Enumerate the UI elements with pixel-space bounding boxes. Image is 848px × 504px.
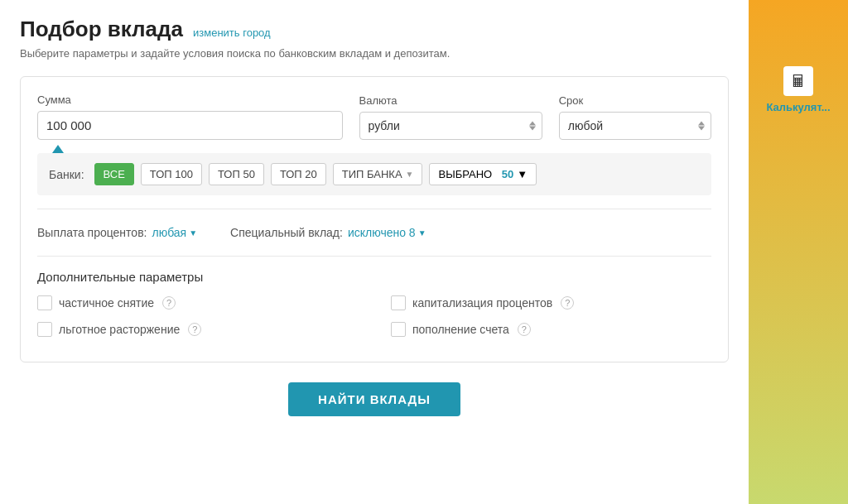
divider-2 — [37, 256, 711, 257]
summa-input[interactable] — [37, 111, 343, 140]
checkbox-preferential[interactable]: льготное расторжение ? — [37, 322, 358, 337]
summa-group: Сумма — [37, 94, 343, 140]
checkbox-partial-withdraw-box[interactable] — [37, 295, 52, 310]
checkbox-capitalization-label: капитализация процентов — [412, 296, 552, 310]
banks-label: Банки: — [49, 168, 84, 181]
change-city-link[interactable]: изменить город — [193, 26, 271, 39]
calculator-icon: 🖩 — [783, 66, 813, 96]
banks-row: Банки: ВСЕ ТОП 100 ТОП 50 ТОП 20 ТИП БАН… — [37, 153, 711, 195]
page-subtitle: Выберите параметры и задайте условия пои… — [20, 47, 729, 60]
form-row: Сумма Валюта рубли доллары евро — [37, 94, 711, 140]
payment-label: Выплата процентов: — [37, 226, 147, 239]
payment-value-link[interactable]: любая ▼ — [152, 226, 197, 239]
special-value-link[interactable]: исключено 8 ▼ — [348, 226, 426, 239]
filters-row: Выплата процентов: любая ▼ Специальный в… — [37, 223, 711, 242]
bank-type-label: ТИП БАНКА — [342, 168, 402, 180]
search-card: Сумма Валюта рубли доллары евро — [20, 76, 729, 362]
divider-1 — [37, 209, 711, 209]
checkbox-partial-withdraw-label: частичное снятие — [59, 296, 154, 310]
bank-top100-button[interactable]: ТОП 100 — [141, 163, 202, 185]
checkbox-preferential-label: льготное расторжение — [59, 323, 180, 336]
valuta-select[interactable]: рубли доллары евро — [359, 112, 542, 140]
bank-type-button[interactable]: ТИП БАНКА ▼ — [333, 163, 423, 185]
search-button[interactable]: НАЙТИ ВКЛАДЫ — [288, 382, 460, 416]
srok-select-wrapper: любой 1 месяц 3 месяца 6 месяцев 1 год — [559, 112, 711, 140]
checkbox-capitalization[interactable]: капитализация процентов ? — [391, 295, 711, 310]
page-title: Подбор вклада — [20, 17, 183, 42]
calculator-sidebar-item[interactable]: 🖩 Калькулят... — [766, 66, 830, 113]
bank-type-chevron-icon: ▼ — [406, 170, 414, 179]
extra-params-title: Дополнительные параметры — [37, 270, 711, 284]
summa-input-wrapper — [37, 111, 343, 140]
srok-label: Срок — [559, 94, 711, 107]
selected-chevron-icon: ▼ — [517, 168, 528, 180]
srok-group: Срок любой 1 месяц 3 месяца 6 месяцев 1 … — [559, 94, 711, 140]
checkboxes-grid: частичное снятие ? капитализация процент… — [37, 295, 711, 337]
replenishment-help-icon[interactable]: ? — [518, 323, 531, 336]
capitalization-help-icon[interactable]: ? — [561, 296, 574, 310]
extra-params-section: Дополнительные параметры частичное сняти… — [37, 270, 711, 337]
slider-indicator — [52, 145, 64, 153]
payment-filter: Выплата процентов: любая ▼ — [37, 226, 197, 239]
valuta-group: Валюта рубли доллары евро — [359, 94, 542, 140]
checkbox-replenishment[interactable]: пополнение счета ? — [391, 322, 711, 337]
bank-all-button[interactable]: ВСЕ — [94, 163, 134, 185]
checkbox-preferential-box[interactable] — [37, 322, 52, 337]
bank-top50-button[interactable]: ТОП 50 — [209, 163, 264, 185]
sidebar: 🖩 Калькулят... — [749, 0, 848, 504]
special-filter: Специальный вклад: исключено 8 ▼ — [230, 226, 426, 239]
selected-count: 50 — [502, 168, 513, 180]
partial-withdraw-help-icon[interactable]: ? — [162, 296, 176, 310]
checkbox-replenishment-box[interactable] — [391, 322, 406, 337]
search-btn-row: НАЙТИ ВКЛАДЫ — [20, 382, 729, 433]
preferential-help-icon[interactable]: ? — [188, 323, 201, 336]
page-title-area: Подбор вклада изменить город — [20, 17, 729, 42]
checkbox-partial-withdraw[interactable]: частичное снятие ? — [37, 295, 358, 310]
valuta-label: Валюта — [359, 94, 542, 107]
bank-top20-button[interactable]: ТОП 20 — [271, 163, 326, 185]
checkbox-capitalization-box[interactable] — [391, 295, 406, 310]
bank-selected-button[interactable]: ВЫБРАНО 50 ▼ — [429, 163, 537, 185]
srok-select[interactable]: любой 1 месяц 3 месяца 6 месяцев 1 год — [559, 112, 711, 140]
payment-chevron-icon: ▼ — [189, 228, 197, 238]
payment-value: любая — [152, 226, 186, 239]
valuta-select-wrapper: рубли доллары евро — [359, 112, 542, 140]
checkbox-replenishment-label: пополнение счета — [412, 323, 509, 336]
special-label: Специальный вклад: — [230, 226, 343, 239]
special-chevron-icon: ▼ — [418, 228, 426, 238]
calculator-label: Калькулят... — [766, 101, 830, 113]
selected-prefix: ВЫБРАНО — [438, 168, 492, 180]
summa-label: Сумма — [37, 94, 343, 106]
special-value: исключено 8 — [348, 226, 416, 239]
